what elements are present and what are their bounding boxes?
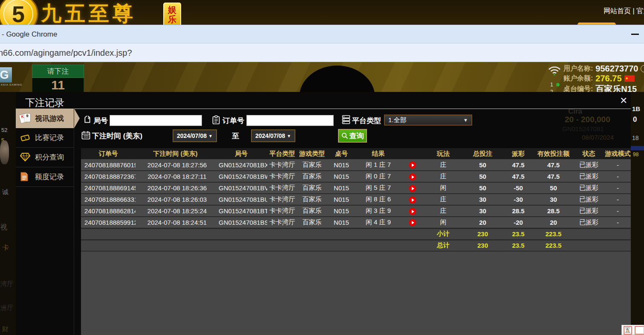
- bet-prompt: 请下注: [32, 65, 84, 78]
- table-row: 240708188862814 2024-07-08 18:25:24 GN01…: [81, 205, 631, 217]
- user-name-label: 用户名称:: [563, 64, 593, 73]
- table-row: 240708188872367 2024-07-08 18:27:11 GN01…: [81, 171, 631, 182]
- col-header-time: 下注时间 (美东): [136, 148, 215, 159]
- date-to-select[interactable]: 2024/07/08 ▼: [251, 129, 295, 142]
- cell-replay: [401, 159, 424, 171]
- platform-type-select[interactable]: 1.全部 ▼: [384, 115, 472, 126]
- table-row: 240708188869145 2024-07-08 18:26:36 GN01…: [81, 182, 631, 194]
- cell-valid-bet: 30: [534, 194, 573, 205]
- replay-play-icon[interactable]: [409, 174, 416, 180]
- balance-row: 账户余额: 276.75 ★: [563, 74, 635, 83]
- col-header-payout: 派彩: [503, 148, 534, 159]
- sidebar-item-credit-records[interactable]: 额度记录: [16, 167, 74, 187]
- sidebar-item-points-query[interactable]: 积分查询: [16, 148, 74, 167]
- cell-total-bet: 20: [462, 217, 503, 228]
- modal-title: 下注记录: [25, 96, 64, 109]
- cell-order: 240708188869145: [81, 182, 136, 194]
- table-number-label: 桌台编号:: [563, 85, 593, 92]
- cell-bet-side: 庄: [424, 171, 462, 182]
- chevron-down-icon: ▼: [208, 134, 213, 138]
- minimize-icon[interactable]: [631, 34, 639, 35]
- col-header-replay: [401, 148, 424, 159]
- road-number-2: 2: [550, 89, 553, 92]
- round-number-label: 局号: [93, 116, 108, 126]
- asia-gaming-logo: G: [0, 67, 12, 83]
- modal-content: 局号 订单号 平台: [75, 109, 631, 335]
- cell-valid-bet: 47.5: [534, 171, 573, 182]
- cell-valid-bet: 20: [534, 217, 573, 228]
- cell-total-bet: 50: [462, 182, 503, 194]
- replay-play-icon[interactable]: [409, 162, 416, 169]
- cell-platform: 卡卡湾厅: [267, 205, 297, 217]
- cell-platform: 卡卡湾厅: [267, 182, 297, 194]
- site-logo-text: 九五至尊: [41, 0, 136, 25]
- bg-fragment: 98: [633, 152, 638, 157]
- cell-bet-side: 庄: [424, 205, 462, 217]
- date-from-select[interactable]: 2024/07/08 ▼: [173, 129, 217, 142]
- wifi-icon: [548, 66, 561, 77]
- bg-fragment: 洲厅: [0, 304, 13, 312]
- info-icon[interactable]: i: [641, 65, 644, 72]
- search-button[interactable]: 查询: [338, 129, 367, 143]
- background-left-strip: 52 5. 诚 视 卡 湾厅 洲厅 财: [0, 92, 16, 335]
- cell-bet-side: 闲: [424, 182, 462, 194]
- cell-table-no: N015: [327, 182, 356, 194]
- card-9: 9: [24, 114, 30, 122]
- col-header-game-mode: 游戏模式: [604, 148, 631, 159]
- cell-total-bet: 30: [462, 194, 503, 205]
- close-icon[interactable]: ×: [620, 94, 627, 107]
- cell-payout: 28.5: [503, 205, 534, 217]
- cell-payout: 47.5: [503, 159, 534, 171]
- address-bar[interactable]: n66.com/agingame/pcv1/index.jsp?: [0, 43, 132, 62]
- bg-fragment: 1B: [632, 105, 640, 112]
- background-right-strip: 1B 0 18 98: [631, 92, 644, 335]
- platform-type-label: 平台类型: [352, 116, 381, 126]
- replay-play-icon[interactable]: [409, 219, 416, 226]
- order-number-input[interactable]: [246, 115, 334, 126]
- cell-valid-bet: 28.5: [534, 205, 573, 217]
- date-from-value: 2024/07/08: [177, 132, 207, 139]
- replay-play-icon[interactable]: [409, 197, 416, 203]
- col-header-platform: 平台类型: [267, 148, 297, 159]
- date-to-label: 至: [232, 131, 239, 141]
- sidebar-item-match-records[interactable]: 比赛记录: [16, 128, 74, 148]
- search-button-label: 查询: [349, 131, 364, 141]
- ime-indicator[interactable]: 五: [621, 325, 644, 335]
- cell-round: GN015247081BV: [215, 182, 267, 194]
- search-icon: [341, 132, 348, 139]
- cell-payout: 47.5: [503, 171, 534, 182]
- replay-play-icon[interactable]: [409, 208, 416, 215]
- replay-play-icon[interactable]: [409, 185, 416, 192]
- top-nav-links[interactable]: 网站首页 | 官方: [604, 7, 644, 16]
- cell-status: 已派彩: [573, 171, 604, 182]
- cell-round: GN015247081BX: [215, 159, 267, 171]
- diamond-icon: [20, 152, 31, 163]
- cell-table-no: N015: [327, 171, 356, 182]
- road-dot-icon: [556, 83, 560, 86]
- cell-time: 2024-07-08 18:26:03: [136, 194, 215, 205]
- user-name-value: 956273770: [595, 64, 638, 74]
- cell-result: 闲 8 庄 6: [356, 194, 401, 205]
- cards-icon: K 9: [20, 113, 31, 123]
- col-header-valid-bet: 有效投注额: [534, 148, 573, 159]
- sidebar-item-video-games[interactable]: K 9 视讯游戏: [16, 109, 74, 128]
- ime-glyph: 五: [624, 326, 632, 335]
- cell-order: 240708188866331: [81, 194, 136, 205]
- coin-logo-number: 5: [3, 0, 33, 25]
- records-table-wrap: 订单号 下注时间 (美东) 局号 平台类型 游戏类型 桌号 结果 玩法 总投注 …: [81, 148, 631, 335]
- sidebar-item-label: 比赛记录: [35, 133, 64, 143]
- bg-fragment: 财: [2, 325, 9, 333]
- modal-sidebar: K 9 视讯游戏 比赛记录: [16, 109, 74, 335]
- cell-bet-side: 闲: [424, 217, 462, 228]
- site-logo-badge: 娱乐: [163, 3, 181, 25]
- betting-records-modal: 下注记录 × Cira 20 - 200,000 GN015247081 08/…: [16, 93, 631, 335]
- cell-game-mode: -: [604, 194, 631, 205]
- asia-gaming-caption: ASIA GAMING: [1, 83, 22, 86]
- cell-round: GN015247081BW: [215, 171, 267, 182]
- round-number-input[interactable]: [110, 115, 202, 126]
- platform-type-icon: [342, 115, 350, 123]
- bg-fragment: 52: [1, 127, 7, 133]
- cell-result: 闲 4 庄 9: [356, 217, 401, 228]
- cell-status: 已派彩: [573, 205, 604, 217]
- col-header-table-no: 桌号: [327, 148, 356, 159]
